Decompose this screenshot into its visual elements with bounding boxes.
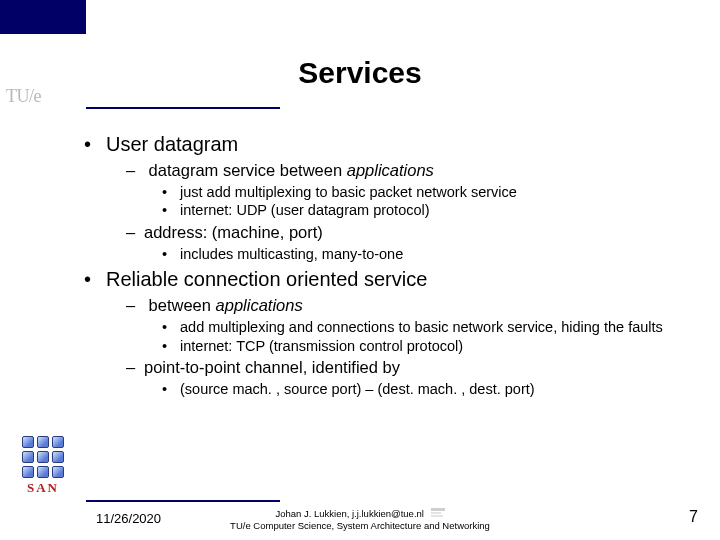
footer-line2: TU/e Computer Science, System Architectu… <box>230 520 490 531</box>
bullet-text-em: applications <box>216 296 303 314</box>
san-logo: SAN <box>14 436 72 496</box>
bullet-l2: address: (machine, port) <box>126 222 690 243</box>
bullet-l2: point-to-point channel, identified by <box>126 357 690 378</box>
bullet-l3: internet: UDP (user datagram protocol) <box>162 201 690 220</box>
bullet-l1: Reliable connection oriented service <box>90 267 690 293</box>
bullet-l1: User datagram <box>90 132 690 158</box>
bullet-l2: datagram service between applications <box>126 160 690 181</box>
bullet-l3: internet: TCP (transmission control prot… <box>162 337 690 356</box>
bullet-l3: includes multicasting, many-to-one <box>162 245 690 264</box>
slide-title: Services <box>0 56 720 90</box>
svg-rect-0 <box>431 508 445 511</box>
footer-center: Johan J. Lukkien, j.j.lukkien@tue.nl TU/… <box>0 508 720 532</box>
footer-line1: Johan J. Lukkien, j.j.lukkien@tue.nl <box>275 508 424 519</box>
bullet-l3: just add multiplexing to basic packet ne… <box>162 183 690 202</box>
rule-top <box>86 107 280 109</box>
bullet-l2: between applications <box>126 295 690 316</box>
svg-rect-1 <box>431 512 441 514</box>
bullet-l3: add multiplexing and connections to basi… <box>162 318 690 337</box>
bullet-text-em: applications <box>347 161 434 179</box>
bullet-l3: (source mach. , source port) – (dest. ma… <box>162 380 690 399</box>
san-label: SAN <box>14 480 72 496</box>
bullet-text: datagram service between <box>149 161 347 179</box>
rule-bottom <box>86 500 280 502</box>
slide-body: User datagram datagram service between a… <box>90 132 690 399</box>
svg-rect-2 <box>431 515 443 517</box>
bullet-text: between <box>149 296 216 314</box>
tue-icon <box>431 508 445 521</box>
corner-accent <box>0 0 86 34</box>
page-number: 7 <box>689 508 698 526</box>
